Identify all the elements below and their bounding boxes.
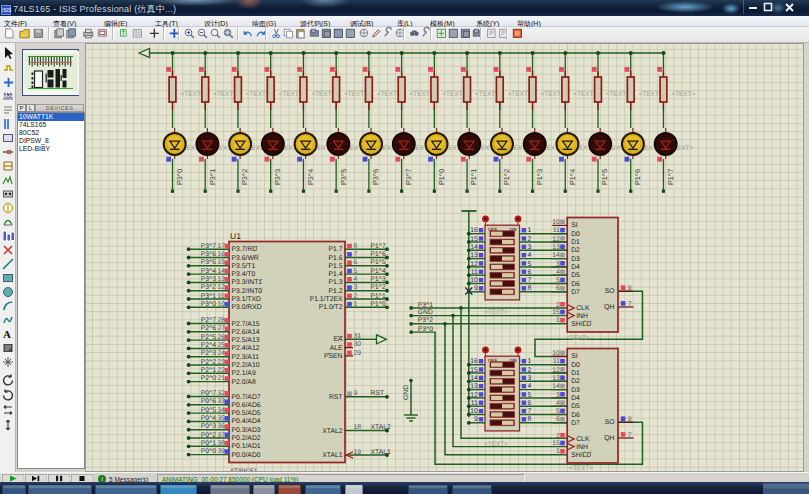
svg-text:P0.5/AD5: P0.5/AD5 bbox=[232, 410, 261, 417]
svg-text:A: A bbox=[3, 328, 11, 340]
svg-text:SI: SI bbox=[571, 353, 578, 360]
svg-text:P3^1: P3^1 bbox=[201, 293, 217, 300]
svg-text:P2.5/A13: P2.5/A13 bbox=[232, 337, 260, 344]
svg-text:4: 4 bbox=[528, 383, 532, 390]
svg-text:PSEN: PSEN bbox=[324, 353, 343, 360]
svg-text:<TEXT>: <TEXT> bbox=[639, 91, 663, 98]
svg-text:P2^4: P2^4 bbox=[201, 342, 217, 349]
svg-text:4: 4 bbox=[354, 276, 358, 283]
svg-text:P1^5: P1^5 bbox=[371, 259, 387, 266]
svg-text:<TEXT>: <TEXT> bbox=[279, 91, 303, 98]
svg-text:P3.3/INT1: P3.3/INT1 bbox=[232, 279, 263, 286]
svg-text:34: 34 bbox=[218, 407, 226, 414]
svg-text:D4: D4 bbox=[571, 395, 580, 402]
svg-text:P0^5: P0^5 bbox=[201, 407, 217, 414]
svg-text:P3^3: P3^3 bbox=[201, 276, 217, 283]
svg-text:P0.0/AD0: P0.0/AD0 bbox=[232, 452, 261, 459]
svg-text:15: 15 bbox=[552, 309, 560, 316]
svg-text:D3: D3 bbox=[571, 387, 580, 394]
svg-text:D7: D7 bbox=[571, 289, 580, 296]
svg-text:SH/LD: SH/LD bbox=[571, 321, 591, 328]
svg-text:CLK: CLK bbox=[576, 436, 590, 443]
svg-text:XTAL1: XTAL1 bbox=[322, 452, 342, 459]
svg-text:14: 14 bbox=[470, 375, 478, 382]
svg-text:P2.1/A9: P2.1/A9 bbox=[232, 370, 256, 377]
svg-text:1: 1 bbox=[528, 227, 532, 234]
svg-text:2: 2 bbox=[556, 302, 560, 309]
svg-text:P2.7/A15: P2.7/A15 bbox=[232, 321, 260, 328]
svg-text:P0^6: P0^6 bbox=[201, 398, 217, 405]
svg-text:14: 14 bbox=[470, 244, 478, 251]
svg-text:<TEXT>: <TEXT> bbox=[484, 441, 508, 448]
svg-text:P1^0: P1^0 bbox=[371, 301, 387, 308]
svg-text:RST: RST bbox=[371, 390, 385, 397]
svg-text:P3^1: P3^1 bbox=[208, 169, 217, 185]
svg-text:P3.1/TXD: P3.1/TXD bbox=[232, 296, 262, 303]
svg-text:D3: D3 bbox=[571, 256, 580, 263]
svg-text:12: 12 bbox=[470, 392, 478, 399]
svg-text:P2^2: P2^2 bbox=[201, 359, 217, 366]
svg-text:<TEXT>: <TEXT> bbox=[671, 91, 695, 98]
svg-text:16: 16 bbox=[470, 227, 478, 234]
svg-text:P3.6/WR: P3.6/WR bbox=[232, 255, 259, 262]
svg-text:12: 12 bbox=[218, 284, 226, 291]
svg-text:P3^4: P3^4 bbox=[201, 268, 217, 275]
svg-text:<TEXT>: <TEXT> bbox=[377, 91, 401, 98]
svg-text:2: 2 bbox=[528, 367, 532, 374]
svg-text:D6: D6 bbox=[571, 281, 580, 288]
svg-text:16: 16 bbox=[470, 358, 478, 365]
svg-text:<TEXT>: <TEXT> bbox=[541, 91, 565, 98]
svg-text:D6: D6 bbox=[571, 412, 580, 419]
svg-text:6: 6 bbox=[354, 259, 358, 266]
svg-text:P0^0: P0^0 bbox=[201, 448, 217, 455]
svg-text:8: 8 bbox=[528, 416, 532, 423]
svg-text:P2^7: P2^7 bbox=[201, 317, 217, 324]
svg-text:P1^5: P1^5 bbox=[600, 169, 609, 185]
svg-text:P1^7: P1^7 bbox=[666, 169, 675, 185]
svg-text:28: 28 bbox=[218, 317, 226, 324]
svg-text:10: 10 bbox=[552, 350, 560, 357]
svg-text:<TEXT>: <TEXT> bbox=[181, 91, 205, 98]
svg-text:P1^7: P1^7 bbox=[371, 243, 387, 250]
svg-text:P3^0: P3^0 bbox=[175, 169, 184, 185]
svg-text:P2.0/A8: P2.0/A8 bbox=[232, 379, 256, 386]
svg-text:8: 8 bbox=[354, 243, 358, 250]
svg-text:37: 37 bbox=[218, 432, 226, 439]
svg-text:32: 32 bbox=[218, 390, 226, 397]
svg-text:30: 30 bbox=[354, 341, 362, 348]
svg-text:31: 31 bbox=[354, 333, 362, 340]
svg-text:9: 9 bbox=[474, 416, 478, 423]
svg-text:XTAL2: XTAL2 bbox=[371, 424, 391, 431]
svg-text:9: 9 bbox=[474, 285, 478, 292]
svg-text:P3^0: P3^0 bbox=[201, 301, 217, 308]
svg-text:35: 35 bbox=[218, 415, 226, 422]
svg-text:P3.7/RD: P3.7/RD bbox=[232, 246, 258, 253]
svg-text:P1^2: P1^2 bbox=[371, 284, 387, 291]
svg-text:7: 7 bbox=[528, 408, 532, 415]
svg-text:P2^5: P2^5 bbox=[201, 334, 217, 341]
svg-text:P3^7: P3^7 bbox=[201, 243, 217, 250]
svg-text:<TEXT>: <TEXT> bbox=[246, 91, 270, 98]
svg-text:LBL: LBL bbox=[4, 93, 13, 99]
svg-text:39: 39 bbox=[218, 448, 226, 455]
svg-text:P1.0/T2: P1.0/T2 bbox=[319, 304, 343, 311]
svg-text:13: 13 bbox=[218, 276, 226, 283]
svg-text:INH: INH bbox=[576, 313, 588, 320]
svg-text:11: 11 bbox=[218, 293, 225, 300]
svg-text:15: 15 bbox=[552, 440, 560, 447]
svg-text:9: 9 bbox=[628, 416, 632, 423]
svg-text:P1.5: P1.5 bbox=[329, 263, 343, 270]
svg-text:U1: U1 bbox=[230, 231, 241, 241]
svg-text:<TEXT>: <TEXT> bbox=[573, 91, 597, 98]
svg-text:P0.4/AD4: P0.4/AD4 bbox=[232, 418, 261, 425]
svg-text:P3^4: P3^4 bbox=[306, 169, 315, 185]
svg-text:P3^5: P3^5 bbox=[339, 169, 348, 185]
svg-text:P3^6: P3^6 bbox=[371, 169, 380, 185]
svg-text:P2^1: P2^1 bbox=[201, 367, 217, 374]
svg-text:D0: D0 bbox=[571, 362, 580, 369]
svg-text:P2^0: P2^0 bbox=[201, 375, 217, 382]
svg-text:P0.6/AD6: P0.6/AD6 bbox=[232, 402, 261, 409]
svg-text:D5: D5 bbox=[571, 272, 580, 279]
svg-text:<TEXT>: <TEXT> bbox=[311, 91, 335, 98]
svg-text:P0^4: P0^4 bbox=[201, 415, 217, 422]
